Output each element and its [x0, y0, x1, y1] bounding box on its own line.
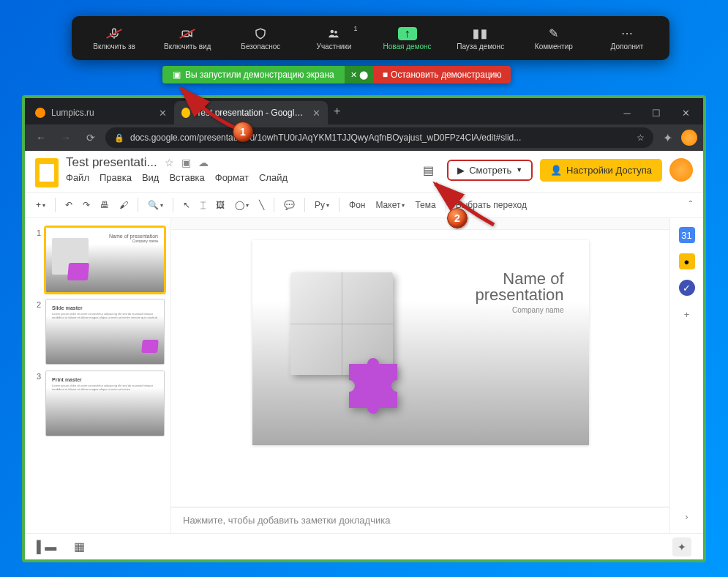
present-button[interactable]: ▶ Смотреть ▼ — [447, 160, 533, 181]
workspace: 1 Name of presentationCompany name 2 Sli… — [25, 218, 703, 533]
slide-title-block[interactable]: Name of presentation Company name — [462, 271, 564, 314]
window-controls: ─ ☐ ✕ — [612, 101, 700, 124]
new-slide-button[interactable]: + ▾ — [32, 197, 49, 213]
star-icon[interactable]: ☆ — [637, 133, 645, 143]
slide[interactable]: Name of presentation Company name — [252, 240, 589, 445]
thumbnail-2[interactable]: Slide masterLorem ipsum dolor sit amet c… — [45, 299, 165, 365]
browser-titlebar: Lumpics.ru ✕ Test presentation - Google … — [25, 98, 703, 124]
thumb-number: 1 — [31, 227, 41, 293]
thumbnail-row[interactable]: 2 Slide masterLorem ipsum dolor sit amet… — [25, 296, 170, 368]
textbox-tool[interactable]: ⌶ — [197, 197, 209, 213]
keep-icon[interactable]: ● — [679, 253, 695, 269]
share-status-bar: ▣ Вы запустили демонстрацию экрана ✕ ⬤ ■… — [162, 66, 511, 83]
thumbnail-row[interactable]: 1 Name of presentationCompany name — [25, 224, 170, 296]
menu-slide[interactable]: Слайд — [259, 172, 288, 183]
svg-point-3 — [335, 30, 338, 33]
undo-button[interactable]: ↶ — [61, 197, 76, 213]
profile-avatar[interactable] — [681, 130, 697, 146]
zoom-pause-label: Пауза демонс — [457, 42, 504, 51]
paint-button[interactable]: 🖌 — [116, 197, 132, 213]
zoom-video-button[interactable]: Включить вид — [151, 23, 224, 53]
extensions-button[interactable]: ✦ — [658, 131, 677, 145]
screen-icon: ▣ — [173, 70, 181, 80]
url-text: docs.google.com/presentation/d/1owhTU0rJ… — [130, 133, 521, 143]
tab-close-icon[interactable]: ✕ — [312, 108, 320, 119]
participants-count: 1 — [353, 25, 357, 32]
print-button[interactable]: 🖶 — [97, 197, 113, 213]
shape-tool[interactable]: ◯ ▾ — [231, 197, 252, 213]
menu-format[interactable]: Формат — [215, 172, 249, 183]
menu-insert[interactable]: Вставка — [169, 172, 204, 183]
zoom-more-button[interactable]: ⋯ Дополнит — [590, 23, 664, 53]
cloud-icon[interactable]: ☁ — [198, 157, 209, 168]
line-tool[interactable]: ╲ — [255, 197, 268, 213]
window-maximize-button[interactable]: ☐ — [642, 101, 671, 124]
menu-view[interactable]: Вид — [142, 172, 160, 183]
browser-tab-1[interactable]: Lumpics.ru ✕ — [28, 101, 174, 124]
thumbnail-panel[interactable]: 1 Name of presentationCompany name 2 Sli… — [25, 218, 171, 533]
svg-point-2 — [331, 29, 334, 33]
stop-share-label: Остановить демонстрацию — [391, 70, 501, 80]
zoom-unmute-button[interactable]: Включить зв — [78, 23, 151, 53]
menu-file[interactable]: Файл — [66, 172, 89, 183]
slides-logo-icon[interactable] — [35, 158, 59, 187]
doc-title[interactable]: Test presentati... — [66, 155, 157, 170]
transition-button[interactable]: Выбрать переход — [452, 197, 530, 213]
person-icon: 👤 — [550, 165, 562, 176]
explore-button[interactable]: ✦ — [672, 537, 691, 556]
share-status-message-area: ▣ Вы запустили демонстрацию экрана — [162, 66, 345, 83]
font-selector[interactable]: Ру ▾ — [311, 197, 333, 213]
tasks-icon[interactable]: ✓ — [679, 280, 695, 296]
new-tab-button[interactable]: + — [328, 105, 346, 118]
slide-title: Name of presentation — [462, 271, 564, 303]
move-icon[interactable]: ▣ — [181, 157, 191, 168]
zoom-security-button[interactable]: Безопаснос — [224, 23, 297, 53]
calendar-icon[interactable]: 31 — [679, 227, 695, 243]
zoom-participants-button[interactable]: 1 Участники — [297, 23, 370, 53]
slide-subtitle: Company name — [462, 306, 564, 314]
side-panel: 31 ● ✓ + › — [669, 218, 703, 533]
canvas[interactable]: Name of presentation Company name — [171, 230, 669, 507]
comment-tool[interactable]: 💬 — [280, 197, 299, 213]
thumbnail-row[interactable]: 3 Print masterLorem ipsum dolor sit amet… — [25, 368, 170, 439]
thumbnail-3[interactable]: Print masterLorem ipsum dolor sit amet c… — [45, 371, 165, 436]
thumbnail-1[interactable]: Name of presentationCompany name — [45, 227, 165, 293]
share-button[interactable]: 👤 Настройки Доступа — [540, 159, 662, 182]
redo-button[interactable]: ↷ — [79, 197, 94, 213]
tab-close-icon[interactable]: ✕ — [159, 108, 167, 119]
favicon-icon — [181, 108, 190, 118]
comments-button[interactable]: ▤ — [416, 158, 440, 182]
thumb-number: 2 — [31, 299, 41, 365]
window-minimize-button[interactable]: ─ — [612, 101, 642, 124]
collapse-toolbar-button[interactable]: ˆ — [686, 197, 696, 213]
grid-view-button[interactable]: ▦ — [74, 540, 85, 554]
filmstrip-view-button[interactable]: ▌▬ — [37, 540, 56, 554]
browser-tab-2[interactable]: Test presentation - Google През ✕ — [174, 101, 328, 124]
header-right: ▤ ▶ Смотреть ▼ 👤 Настройки Доступа — [416, 158, 693, 182]
stop-share-button[interactable]: ■ Остановить демонстрацию — [374, 66, 511, 83]
omnibox[interactable]: 🔒 docs.google.com/presentation/d/1owhTU0… — [105, 127, 653, 148]
speaker-notes[interactable]: Нажмите, чтобы добавить заметки докладчи… — [171, 507, 669, 533]
background-button[interactable]: Фон — [345, 197, 369, 213]
addons-button[interactable]: + — [679, 306, 695, 322]
collapse-sidepanel-button[interactable]: › — [679, 508, 695, 524]
zoom-button[interactable]: 🔍 ▾ — [144, 197, 167, 213]
user-avatar[interactable] — [669, 158, 693, 182]
select-tool[interactable]: ↖ — [179, 197, 194, 213]
zoom-annotate-label: Комментир — [535, 42, 573, 51]
chevron-down-icon: ▼ — [516, 166, 522, 174]
image-tool[interactable]: 🖼 — [212, 197, 228, 213]
zoom-pause-button[interactable]: ▮▮ Пауза демонс — [444, 23, 517, 53]
nav-reload-button[interactable]: ⟳ — [80, 132, 101, 144]
layout-button[interactable]: Макет ▾ — [372, 197, 408, 213]
bottom-bar: ▌▬ ▦ ✦ — [25, 533, 703, 559]
share-status-message: Вы запустили демонстрацию экрана — [185, 70, 334, 80]
zoom-annotate-button[interactable]: ✎ Комментир — [517, 23, 590, 53]
theme-button[interactable]: Тема — [411, 197, 439, 213]
nav-back-button[interactable]: ← — [31, 132, 51, 144]
menu-edit[interactable]: Правка — [100, 172, 132, 183]
star-icon[interactable]: ☆ — [165, 157, 174, 168]
window-close-button[interactable]: ✕ — [671, 101, 700, 124]
nav-forward-button[interactable]: → — [56, 132, 76, 144]
zoom-share-button[interactable]: ↑ Новая демонс — [371, 23, 444, 53]
